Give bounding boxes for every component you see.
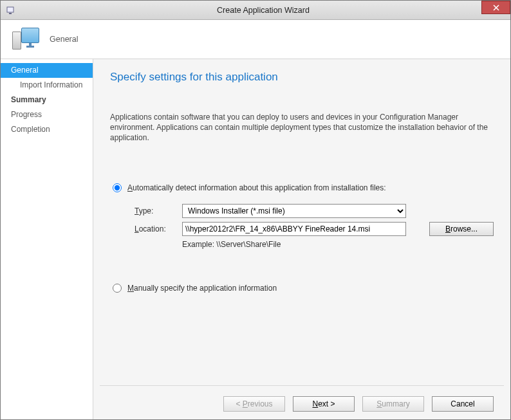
computer-icon — [12, 26, 39, 52]
auto-detect-form: Type: Windows Installer (*.msi file) Loc… — [135, 204, 494, 253]
sidebar-item-summary[interactable]: Summary — [1, 93, 93, 107]
sidebar-item-label: Summary — [11, 95, 46, 104]
sidebar-item-label: Import Information — [20, 80, 82, 89]
titlebar: Create Application Wizard — [1, 1, 510, 20]
window-title: Create Application Wizard — [16, 6, 510, 15]
svg-rect-0 — [7, 7, 14, 12]
wizard-banner: General — [1, 20, 510, 59]
radio-auto-detect-row: Automatically detect information about t… — [110, 183, 494, 192]
sidebar-item-label: Completion — [11, 125, 50, 134]
sidebar-item-import-information[interactable]: Import Information — [1, 78, 93, 93]
svg-rect-1 — [9, 13, 12, 14]
cancel-button[interactable]: Cancel — [432, 396, 494, 412]
previous-button: < Previous — [223, 396, 285, 412]
close-button[interactable] — [481, 1, 510, 14]
summary-button: Summary — [362, 396, 424, 412]
next-button[interactable]: Next > — [293, 396, 355, 412]
wizard-main-panel: Specify settings for this application Ap… — [93, 59, 510, 419]
location-input[interactable] — [182, 222, 406, 236]
footer-divider — [100, 385, 504, 386]
app-icon — [6, 5, 16, 15]
page-description: Applications contain software that you c… — [110, 112, 494, 143]
wizard-footer: < Previous Next > Summary Cancel — [93, 396, 510, 412]
sidebar-item-general[interactable]: General — [1, 63, 93, 78]
sidebar-item-progress[interactable]: Progress — [1, 107, 93, 122]
page-heading: Specify settings for this application — [110, 71, 494, 84]
sidebar-item-label: Progress — [11, 110, 42, 119]
radio-manual-label[interactable]: Manually specify the application informa… — [127, 284, 277, 293]
radio-manual-row: Manually specify the application informa… — [110, 284, 494, 293]
type-select[interactable]: Windows Installer (*.msi file) — [182, 204, 406, 218]
location-label: Location: — [135, 224, 176, 233]
radio-auto-detect[interactable] — [113, 183, 122, 192]
banner-label: General — [50, 35, 78, 44]
example-text: Example: \\Server\Share\File — [182, 240, 406, 249]
browse-button[interactable]: Browse... — [429, 222, 494, 236]
sidebar-item-completion[interactable]: Completion — [1, 122, 93, 137]
type-label: Type: — [135, 206, 176, 215]
radio-auto-detect-label[interactable]: Automatically detect information about t… — [127, 183, 386, 192]
sidebar-item-label: General — [11, 66, 39, 75]
wizard-steps-sidebar: General Import Information Summary Progr… — [1, 59, 93, 419]
radio-manual[interactable] — [113, 284, 122, 293]
